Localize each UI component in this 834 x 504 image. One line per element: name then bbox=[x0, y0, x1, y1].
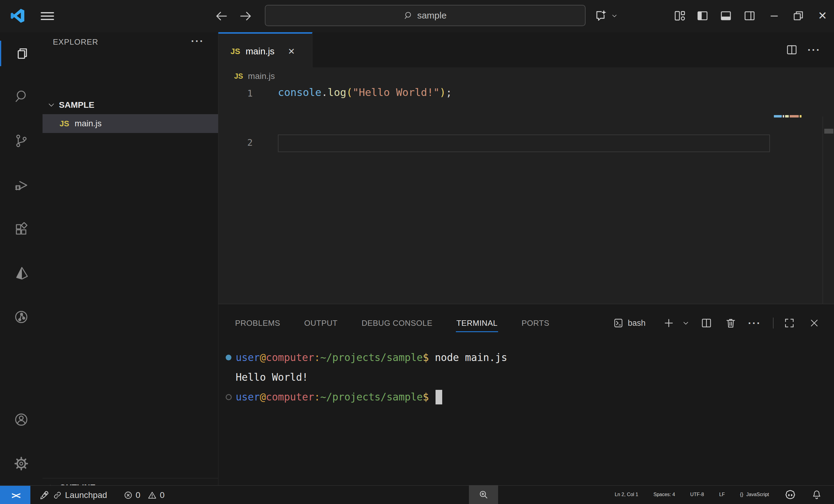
vscode-logo-icon bbox=[10, 8, 25, 23]
notifications-bell-icon[interactable] bbox=[812, 489, 822, 500]
search-sidebar-icon[interactable] bbox=[0, 82, 43, 111]
zoom-indicator[interactable] bbox=[469, 485, 498, 504]
line-number: 2 bbox=[237, 137, 253, 148]
problems-item[interactable]: 0 0 bbox=[124, 490, 164, 500]
share-graph-extension-icon[interactable] bbox=[0, 302, 43, 331]
forward-arrow-icon[interactable] bbox=[239, 9, 253, 23]
cursor-position[interactable]: Ln 2, Col 1 bbox=[615, 492, 638, 497]
terminal-line: user@computer:~/projects/sample$ node ma… bbox=[226, 348, 828, 367]
panel-more-actions-icon[interactable]: ··· bbox=[748, 312, 761, 335]
copilot-status-icon[interactable] bbox=[784, 488, 796, 501]
code-token: ; bbox=[446, 86, 452, 98]
close-window-icon[interactable]: ✕ bbox=[816, 9, 829, 22]
launchpad-label: Launchpad bbox=[65, 490, 107, 500]
terminal-token: computer bbox=[266, 351, 314, 363]
js-file-icon: JS bbox=[234, 72, 243, 81]
link-icon bbox=[53, 491, 62, 500]
breadcrumbs[interactable]: JS main.js bbox=[218, 67, 834, 85]
rocket-icon bbox=[40, 490, 50, 500]
tab-debug-console[interactable]: DEBUG CONSOLE bbox=[361, 314, 433, 332]
folder-name: SAMPLE bbox=[59, 100, 94, 110]
activity-bar: 1 bbox=[0, 32, 43, 485]
error-count: 0 bbox=[136, 490, 140, 500]
zoom-in-icon bbox=[478, 489, 489, 500]
terminal-token bbox=[429, 391, 435, 403]
code-token: log bbox=[328, 86, 346, 98]
js-file-icon: JS bbox=[231, 47, 240, 56]
pyramid-extension-icon[interactable] bbox=[0, 259, 43, 288]
explorer-more-actions-icon[interactable]: ··· bbox=[191, 35, 204, 47]
terminal-line: Hello World! bbox=[226, 367, 828, 387]
toggle-secondary-sidebar-icon[interactable] bbox=[743, 9, 756, 22]
toggle-panel-icon[interactable] bbox=[719, 9, 732, 22]
terminal-token: user bbox=[236, 351, 260, 363]
bottom-panel: PROBLEMS OUTPUT DEBUG CONSOLE TERMINAL P… bbox=[218, 304, 834, 486]
tab-terminal[interactable]: TERMINAL bbox=[456, 314, 498, 332]
tab-ports[interactable]: PORTS bbox=[521, 314, 550, 332]
copilot-icon[interactable] bbox=[594, 9, 608, 22]
copilot-chevron-down-icon[interactable] bbox=[610, 9, 619, 22]
remote-indicator[interactable]: >< bbox=[0, 486, 30, 504]
source-control-icon[interactable] bbox=[0, 126, 43, 156]
encoding[interactable]: UTF-8 bbox=[690, 492, 704, 497]
command-decoration-icon bbox=[226, 354, 232, 360]
split-terminal-icon[interactable] bbox=[701, 312, 712, 335]
current-line-highlight bbox=[278, 135, 770, 152]
back-arrow-icon[interactable] bbox=[214, 9, 228, 23]
terminal-output[interactable]: user@computer:~/projects/sample$ node ma… bbox=[226, 348, 828, 407]
file-row-mainjs[interactable]: JS main.js bbox=[43, 114, 218, 133]
command-decoration-icon bbox=[226, 394, 232, 400]
language-mode[interactable]: {} JavaScript bbox=[740, 492, 769, 497]
launchpad-item[interactable]: Launchpad bbox=[40, 490, 107, 500]
js-file-icon: JS bbox=[60, 119, 69, 129]
minimize-icon[interactable] bbox=[768, 9, 781, 22]
line-number: 1 bbox=[237, 88, 253, 99]
terminal-token: ~/projects/sample bbox=[320, 351, 423, 363]
command-center-search[interactable]: sample bbox=[265, 5, 586, 26]
code-token: "Hello World!" bbox=[353, 86, 440, 98]
terminal-line: user@computer:~/projects/sample$ bbox=[226, 387, 828, 407]
toggle-primary-sidebar-icon[interactable] bbox=[696, 9, 709, 22]
minimap[interactable] bbox=[774, 115, 802, 117]
extensions-icon[interactable] bbox=[0, 215, 43, 244]
terminal-icon bbox=[613, 318, 623, 328]
terminal-token: $ bbox=[423, 351, 429, 363]
tab-close-icon[interactable]: ✕ bbox=[288, 46, 295, 56]
split-editor-icon[interactable] bbox=[786, 44, 798, 56]
new-terminal-icon[interactable] bbox=[663, 312, 675, 335]
menu-icon[interactable] bbox=[41, 10, 54, 22]
terminal-dropdown-chevron-icon[interactable] bbox=[682, 312, 690, 335]
run-debug-icon[interactable] bbox=[0, 170, 43, 200]
tab-output[interactable]: OUTPUT bbox=[304, 314, 338, 332]
file-name: main.js bbox=[75, 119, 102, 129]
divider bbox=[773, 318, 773, 328]
editor-more-actions-icon[interactable]: ··· bbox=[808, 44, 821, 56]
tab-problems[interactable]: PROBLEMS bbox=[235, 314, 281, 332]
maximize-panel-icon[interactable] bbox=[784, 312, 795, 335]
accounts-icon[interactable] bbox=[0, 405, 43, 434]
folder-row-sample[interactable]: SAMPLE bbox=[43, 96, 218, 114]
close-panel-icon[interactable] bbox=[809, 312, 820, 335]
vscode-window: sample ✕ bbox=[0, 0, 834, 504]
remote-glyph: >< bbox=[12, 490, 19, 501]
terminal-cursor bbox=[436, 390, 442, 405]
terminal-token: ~/projects/sample bbox=[320, 391, 423, 403]
shell-label: bash bbox=[628, 319, 646, 328]
terminal-token: node main.js bbox=[429, 351, 507, 363]
scrollbar-track bbox=[822, 117, 823, 335]
customize-layout-icon[interactable] bbox=[673, 9, 686, 22]
eol[interactable]: LF bbox=[719, 492, 725, 497]
terminal-shell-selector[interactable]: bash bbox=[613, 312, 646, 335]
kill-terminal-trash-icon[interactable] bbox=[725, 312, 737, 335]
settings-gear-icon[interactable] bbox=[0, 449, 43, 478]
indentation[interactable]: Spaces: 4 bbox=[653, 492, 675, 497]
terminal-token: @ bbox=[260, 391, 266, 403]
search-icon bbox=[404, 11, 413, 20]
code-editor[interactable]: 1 console.log("Hello World!"); 2 bbox=[218, 85, 834, 304]
terminal-token: : bbox=[314, 351, 320, 363]
explorer-icon[interactable] bbox=[0, 39, 43, 68]
scrollbar-thumb[interactable] bbox=[824, 129, 833, 134]
terminal-token: user bbox=[236, 391, 260, 403]
tab-mainjs[interactable]: JS main.js ✕ bbox=[218, 32, 312, 69]
restore-window-icon[interactable] bbox=[791, 9, 805, 22]
